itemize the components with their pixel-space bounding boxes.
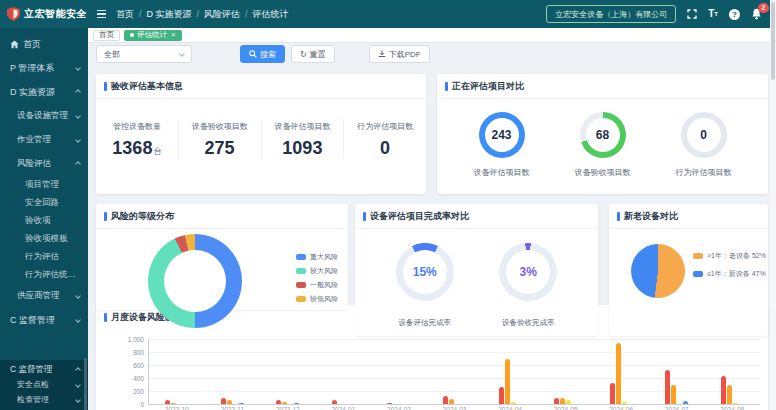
y-axis-tick-label: 200 [114, 388, 144, 395]
sidebar-item-label: 安全回路 [25, 197, 80, 209]
filter-select[interactable]: 全部 [96, 45, 192, 63]
breadcrumb-item[interactable]: 风险评估 [204, 8, 240, 21]
bar [276, 400, 281, 404]
sidebar-item[interactable]: 作业管理 [0, 128, 88, 152]
legend-swatch [296, 282, 306, 288]
card-acceptance-basic-info: 验收评估基本信息 管控设备数量1368台设备验收项目数275设备评估项目数109… [96, 74, 426, 194]
y-axis-tick-label: 600 [114, 362, 144, 369]
legend-item[interactable]: ≤1年：新设备 47% [693, 269, 766, 279]
y-axis-tick-label: 1,000 [114, 336, 144, 343]
risk-donut-chart [148, 234, 242, 328]
bar-group [371, 339, 427, 404]
tab-评估统计[interactable]: 评估统计× [124, 30, 182, 41]
sidebar-item[interactable]: 行为评估 [0, 248, 88, 266]
legend-item[interactable]: 较大风险 [296, 266, 338, 276]
sidebar-item[interactable]: 首页 [0, 32, 88, 56]
sidebar-item-label: 作业管理 [17, 134, 76, 146]
bar [727, 385, 732, 405]
download-pdf-button[interactable]: 下载PDF [369, 45, 430, 63]
bar [610, 383, 615, 404]
sidebar-item[interactable]: 项目管理 [0, 176, 88, 194]
menu-fold-icon[interactable] [97, 10, 106, 19]
legend-item[interactable]: >1年：老设备 52% [693, 251, 766, 261]
gauge-ring: 3% [499, 243, 557, 301]
gridline [148, 404, 760, 405]
app-logo[interactable]: 立宏智能安全 [0, 7, 88, 21]
legend-swatch [296, 296, 306, 302]
sidebar-submenu-header[interactable]: C 监督管理 [0, 362, 88, 377]
bar [665, 370, 670, 404]
ring-value: 243 [479, 112, 525, 158]
x-axis-tick-label: 2024-04 [482, 406, 538, 410]
reset-button[interactable]: ↻ 重置 [291, 45, 335, 63]
card-title: 设备评估项目完成率对比 [355, 204, 598, 229]
search-button[interactable]: 搜索 [240, 45, 285, 63]
sidebar-submenu-item[interactable]: 检查管理 [0, 392, 88, 407]
help-icon[interactable]: ? [729, 9, 740, 20]
page-scrollbar[interactable] [770, 0, 776, 410]
bar [505, 359, 510, 405]
legend-item[interactable]: 较低风险 [296, 294, 338, 304]
tab-close-icon[interactable]: × [171, 31, 176, 39]
sidebar-item[interactable]: 行为评估统… [0, 266, 88, 284]
legend-swatch [296, 268, 306, 274]
legend-item[interactable]: 一般风险 [296, 280, 338, 290]
sidebar-item[interactable]: 验收项 [0, 212, 88, 230]
breadcrumb-item[interactable]: 评估统计 [253, 8, 289, 21]
page-scrollbar-thumb[interactable] [771, 2, 775, 80]
sidebar-scrollbar-thumb[interactable] [84, 358, 87, 410]
card-completion-rate-comparison: 设备评估项目完成率对比 15%设备评估完成率3%设备验收完成率 [355, 204, 598, 336]
chevron-down-icon [75, 382, 81, 388]
sidebar-item-label: 首页 [23, 38, 80, 51]
sidebar-item[interactable]: C 监督管理 [0, 308, 88, 332]
tab-首页[interactable]: 首页 [93, 30, 120, 41]
bar-group [538, 339, 594, 404]
progress-ring-item: 0行为评估项目数 [676, 112, 732, 178]
sidebar-item[interactable]: 安全回路 [0, 194, 88, 212]
sidebar-item-label: 风险评估 [17, 158, 76, 170]
x-axis-labels: 2023-102023-112023-122024-012024-022024-… [149, 406, 760, 410]
ring-value: 68 [580, 112, 626, 158]
gauge-label: 设备验收完成率 [499, 318, 557, 328]
bell-icon[interactable]: 2 [751, 8, 762, 20]
font-size-icon[interactable]: TT [708, 9, 718, 19]
bar-group [593, 339, 649, 404]
progress-ring: 68 [580, 112, 626, 158]
ring-label: 设备评估项目数 [474, 167, 530, 178]
app-header: 立宏智能安全 首页/D 实施资源/风险评估/评估统计 立宏安全设备（上海）有限公… [0, 0, 776, 28]
progress-ring: 0 [681, 112, 727, 158]
tags-view-bar: 首页评估统计× [88, 28, 776, 43]
sidebar-item[interactable]: P 管理体系 [0, 56, 88, 80]
legend-swatch [693, 271, 703, 277]
notification-badge: 2 [758, 3, 769, 13]
stat-item: 管控设备数量1368台 [96, 119, 179, 159]
sidebar-item[interactable]: D 实施资源 [0, 80, 88, 104]
sidebar-submenu-item[interactable]: 安全点检 [0, 377, 88, 392]
bar-group [704, 339, 760, 404]
stat-value: 275 [179, 139, 261, 157]
sidebar-item[interactable]: 验收项模板 [0, 230, 88, 248]
company-button[interactable]: 立宏安全设备（上海）有限公司 [546, 5, 676, 23]
header-actions: 立宏安全设备（上海）有限公司 TT ? 2 [546, 5, 776, 23]
legend-label: 较低风险 [310, 294, 338, 304]
legend-item[interactable]: 重大风险 [296, 252, 338, 262]
breadcrumb-separator: / [197, 9, 200, 19]
fullscreen-icon[interactable] [687, 9, 697, 19]
legend-swatch [296, 254, 306, 260]
sidebar-item[interactable]: 设备设施管理 [0, 104, 88, 128]
chevron-down-icon [75, 113, 81, 119]
sidebar-item-label: D 实施资源 [10, 86, 76, 99]
sidebar-submenu-panel: C 监督管理安全点检检查管理隐患排查问卷调查 [0, 360, 88, 410]
breadcrumb-item[interactable]: D 实施资源 [147, 8, 192, 21]
ring-value: 0 [681, 112, 727, 158]
sidebar-item[interactable]: 风险评估 [0, 152, 88, 176]
bar [332, 400, 337, 404]
sidebar-item-label: 行为评估 [25, 251, 80, 263]
bar [566, 400, 571, 404]
x-axis-tick-label: 2024-01 [316, 406, 372, 410]
breadcrumb-item[interactable]: 首页 [116, 8, 134, 21]
sidebar-item[interactable]: 供应商管理 [0, 284, 88, 308]
card-title: 新老设备对比 [609, 204, 768, 229]
x-axis-tick-label: 2023-10 [149, 406, 205, 410]
progress-ring-item: 68设备验收项目数 [575, 112, 631, 178]
